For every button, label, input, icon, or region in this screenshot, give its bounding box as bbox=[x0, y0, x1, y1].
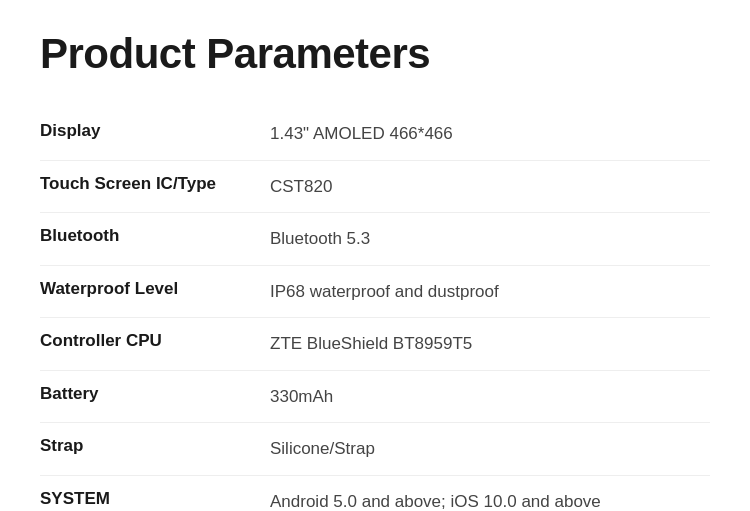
table-row: Controller CPUZTE BlueShield BT8959T5 bbox=[40, 318, 710, 371]
table-row: Display1.43" AMOLED 466*466 bbox=[40, 108, 710, 160]
param-label: SYSTEM bbox=[40, 475, 260, 511]
param-label: Controller CPU bbox=[40, 318, 260, 371]
param-value: ZTE BlueShield BT8959T5 bbox=[260, 318, 710, 371]
param-label: Waterproof Level bbox=[40, 265, 260, 318]
param-value: Android 5.0 and above; iOS 10.0 and abov… bbox=[260, 475, 710, 511]
param-label: Touch Screen IC/Type bbox=[40, 160, 260, 213]
table-row: Battery330mAh bbox=[40, 370, 710, 423]
param-value: Silicone/Strap bbox=[260, 423, 710, 476]
param-value: 1.43" AMOLED 466*466 bbox=[260, 108, 710, 160]
table-row: SYSTEMAndroid 5.0 and above; iOS 10.0 an… bbox=[40, 475, 710, 511]
param-label: Bluetooth bbox=[40, 213, 260, 266]
param-value: 330mAh bbox=[260, 370, 710, 423]
param-value: CST820 bbox=[260, 160, 710, 213]
product-params-table: Display1.43" AMOLED 466*466Touch Screen … bbox=[40, 108, 710, 511]
param-label: Battery bbox=[40, 370, 260, 423]
param-value: Bluetooth 5.3 bbox=[260, 213, 710, 266]
param-label: Display bbox=[40, 108, 260, 160]
page-title: Product Parameters bbox=[40, 30, 710, 78]
param-label: Strap bbox=[40, 423, 260, 476]
table-row: BluetoothBluetooth 5.3 bbox=[40, 213, 710, 266]
param-value: IP68 waterproof and dustproof bbox=[260, 265, 710, 318]
table-row: Waterproof LevelIP68 waterproof and dust… bbox=[40, 265, 710, 318]
table-row: StrapSilicone/Strap bbox=[40, 423, 710, 476]
table-row: Touch Screen IC/TypeCST820 bbox=[40, 160, 710, 213]
